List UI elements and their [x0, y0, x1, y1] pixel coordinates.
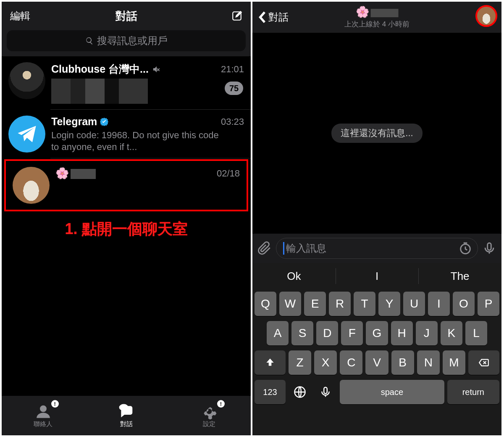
globe-key[interactable] [289, 380, 311, 404]
chat-preview-redacted [51, 79, 148, 104]
key-g[interactable]: G [366, 321, 388, 345]
search-icon [85, 37, 94, 45]
alert-badge-icon [51, 400, 59, 408]
key-k[interactable]: K [441, 321, 462, 345]
mic-icon[interactable] [482, 241, 496, 255]
chats-icon [118, 403, 134, 419]
key-a[interactable]: A [267, 321, 289, 345]
key-t[interactable]: T [354, 292, 375, 316]
key-d[interactable]: D [316, 321, 338, 345]
chat-row[interactable]: Clubhouse 台灣中... 21:01 75 [2, 56, 251, 110]
no-messages-label: 這裡還沒有訊息... [331, 124, 422, 143]
key-s[interactable]: S [291, 321, 313, 345]
tab-bar: 聯絡人 對話 設定 [2, 396, 251, 435]
settings-icon [201, 403, 217, 419]
alert-badge-icon [217, 400, 225, 408]
telegram-icon [16, 123, 38, 145]
key-v[interactable]: V [365, 350, 388, 375]
globe-icon [294, 386, 306, 398]
chat-time: 03:23 [221, 116, 244, 127]
redacted-name [371, 9, 399, 17]
message-input[interactable]: 輸入訊息 [276, 238, 478, 259]
unread-badge: 75 [225, 82, 243, 95]
svg-point-1 [40, 405, 47, 412]
suggestion[interactable]: Ok [252, 263, 336, 289]
chat-list-screen: 編輯 對話 搜尋訊息或用戶 Clubhouse 台灣中... 21:01 [2, 2, 251, 435]
key-h[interactable]: H [391, 321, 413, 345]
avatar [8, 62, 45, 99]
compose-button[interactable] [231, 11, 242, 21]
space-key[interactable]: space [340, 380, 444, 404]
svg-rect-4 [488, 243, 491, 250]
key-z[interactable]: Z [289, 350, 311, 375]
return-key[interactable]: return [447, 380, 499, 404]
back-button[interactable]: 對話 [258, 11, 289, 24]
tab-settings[interactable]: 設定 [168, 396, 251, 435]
chat-row-highlighted[interactable]: 🌸 02/18 [4, 159, 248, 211]
shift-key[interactable] [255, 350, 286, 375]
contacts-icon [35, 403, 51, 419]
chat-row[interactable]: Telegram 03:23 Login code: 19968. Do not… [2, 110, 251, 158]
chat-time: 02/18 [217, 168, 240, 179]
chevron-left-icon [258, 11, 266, 24]
chat-preview: Login code: 19968. Do not give this code… [51, 129, 228, 153]
contact-name[interactable]: 🌸 [344, 5, 410, 18]
key-n[interactable]: N [417, 350, 440, 375]
compose-icon [231, 11, 242, 21]
conversation-screen: 對話 🌸 上次上線於 4 小時前 2. 這裡還沒有訊息... 輸入訊息 Ok [252, 2, 501, 435]
message-area[interactable]: 這裡還沒有訊息... [252, 33, 501, 234]
contact-avatar-highlighted[interactable] [475, 5, 497, 27]
chat-name: 🌸 [55, 167, 96, 180]
mic-icon [319, 386, 332, 398]
message-input-bar: 輸入訊息 [252, 234, 501, 263]
key-o[interactable]: O [453, 292, 475, 316]
chat-name: Clubhouse 台灣中... [51, 62, 149, 76]
key-q[interactable]: Q [255, 292, 276, 316]
edit-button[interactable]: 編輯 [10, 9, 30, 23]
chat-time: 21:01 [221, 64, 244, 75]
key-r[interactable]: R [329, 292, 351, 316]
chat-name: Telegram [51, 116, 97, 128]
page-title: 對話 [116, 9, 137, 24]
annotation-step-1: 1. 點開一個聊天室 [2, 219, 251, 240]
text-cursor [283, 242, 284, 255]
key-u[interactable]: U [403, 292, 425, 316]
tab-contacts[interactable]: 聯絡人 [2, 396, 85, 435]
svg-point-2 [119, 404, 128, 411]
avatar [13, 167, 50, 204]
nav-bar: 對話 🌸 上次上線於 4 小時前 [252, 2, 501, 33]
muted-icon [152, 65, 161, 74]
timer-icon[interactable] [458, 241, 472, 255]
key-l[interactable]: L [465, 321, 487, 345]
key-p[interactable]: P [478, 292, 499, 316]
avatar [8, 116, 45, 153]
suggestion[interactable]: I [336, 263, 419, 289]
backspace-icon [478, 357, 489, 368]
key-m[interactable]: M [443, 350, 465, 375]
key-j[interactable]: J [416, 321, 438, 345]
svg-rect-6 [324, 387, 327, 394]
search-placeholder: 搜尋訊息或用戶 [97, 34, 168, 47]
nav-bar: 編輯 對話 [2, 2, 251, 30]
search-input[interactable]: 搜尋訊息或用戶 [7, 30, 246, 51]
input-placeholder: 輸入訊息 [286, 242, 326, 255]
key-y[interactable]: Y [378, 292, 400, 316]
attach-icon[interactable] [257, 241, 272, 255]
tab-chats[interactable]: 對話 [85, 396, 168, 435]
key-b[interactable]: B [391, 350, 414, 375]
last-seen-status: 上次上線於 4 小時前 [344, 19, 410, 29]
key-x[interactable]: X [314, 350, 337, 375]
key-i[interactable]: I [428, 292, 450, 316]
suggestion-bar: Ok I The [252, 263, 501, 289]
key-f[interactable]: F [341, 321, 363, 345]
key-w[interactable]: W [279, 292, 301, 316]
redacted-name [71, 169, 96, 179]
numbers-key[interactable]: 123 [255, 380, 286, 404]
keyboard: Ok I The QWERTYUIOP ASDFGHJKL ZXCVBNM 12… [252, 263, 501, 435]
suggestion[interactable]: The [418, 263, 501, 289]
key-e[interactable]: E [304, 292, 326, 316]
key-c[interactable]: C [340, 350, 362, 375]
backspace-key[interactable] [468, 350, 499, 375]
dictation-key[interactable] [314, 380, 337, 404]
verified-icon [100, 117, 109, 126]
